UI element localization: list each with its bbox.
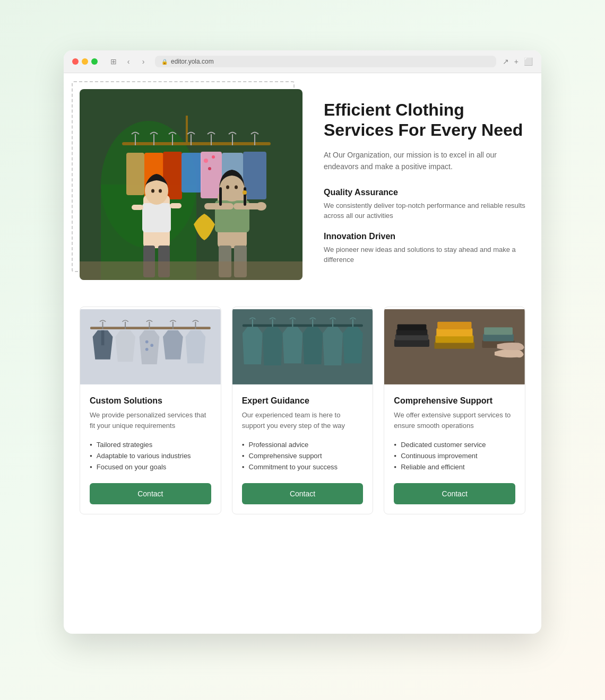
close-button[interactable] bbox=[72, 58, 79, 65]
card-custom-solutions: Custom Solutions We provide personalized… bbox=[80, 307, 221, 514]
list-item: Professional advice bbox=[242, 439, 364, 450]
feature-quality: Quality Assurance We consistently delive… bbox=[324, 188, 525, 221]
url-text: editor.yola.com bbox=[171, 58, 214, 65]
card-custom-solutions-desc: We provide personalized services that fi… bbox=[90, 410, 211, 431]
svg-rect-70 bbox=[436, 335, 474, 343]
contact-button-2[interactable]: Contact bbox=[242, 483, 364, 504]
svg-point-28 bbox=[159, 189, 162, 193]
hero-image bbox=[80, 89, 302, 280]
browser-window: ⊞ ‹ › 🔒 editor.yola.com ↗ + ⬜ bbox=[64, 50, 541, 634]
lock-icon: 🔒 bbox=[161, 59, 168, 65]
svg-rect-14 bbox=[201, 152, 222, 198]
hero-section: Efficient Clothing Services For Every Ne… bbox=[80, 89, 525, 280]
cards-section: Custom Solutions We provide personalized… bbox=[80, 307, 525, 514]
svg-rect-71 bbox=[437, 328, 473, 336]
card-custom-solutions-title: Custom Solutions bbox=[90, 396, 211, 406]
card-comprehensive-support: Comprehensive Support We offer extensive… bbox=[384, 307, 525, 514]
svg-point-51 bbox=[145, 340, 149, 344]
svg-rect-75 bbox=[484, 327, 513, 335]
card-image-closet bbox=[80, 307, 221, 387]
svg-point-15 bbox=[204, 159, 208, 163]
feature-innovation-desc: We pioneer new ideas and solutions to st… bbox=[324, 244, 525, 265]
svg-rect-69 bbox=[435, 342, 475, 349]
list-item: Reliable and efficient bbox=[394, 461, 515, 472]
list-item: Tailored strategies bbox=[90, 439, 211, 450]
svg-rect-3 bbox=[122, 142, 271, 145]
feature-quality-title: Quality Assurance bbox=[324, 188, 525, 197]
downloads-icon[interactable]: ⬜ bbox=[524, 57, 533, 66]
svg-point-16 bbox=[212, 155, 215, 159]
card-expert-guidance-desc: Our experienced team is here to support … bbox=[242, 410, 364, 431]
card-comprehensive-support-body: Comprehensive Support We offer extensive… bbox=[384, 387, 525, 514]
browser-actions: ↗ + ⬜ bbox=[503, 57, 533, 66]
browser-nav: ⊞ ‹ › bbox=[108, 56, 149, 67]
card-expert-guidance-list: Professional advice Comprehensive suppor… bbox=[242, 439, 364, 472]
svg-point-27 bbox=[151, 189, 154, 193]
svg-rect-44 bbox=[80, 261, 302, 280]
browser-chrome: ⊞ ‹ › 🔒 editor.yola.com ↗ + ⬜ bbox=[64, 50, 541, 73]
back-button[interactable]: ‹ bbox=[123, 56, 134, 67]
feature-innovation: Innovation Driven We pioneer new ideas a… bbox=[324, 232, 525, 265]
contact-button-1[interactable]: Contact bbox=[90, 483, 211, 504]
card-comprehensive-support-desc: We offer extensive support services to e… bbox=[394, 410, 515, 431]
svg-rect-37 bbox=[219, 187, 222, 206]
svg-rect-6 bbox=[126, 153, 144, 195]
svg-point-40 bbox=[235, 186, 238, 189]
svg-rect-72 bbox=[438, 322, 472, 329]
sidebar-toggle[interactable]: ⊞ bbox=[108, 56, 119, 67]
card-image-teal-shirts bbox=[232, 307, 373, 387]
list-item: Comprehensive support bbox=[242, 450, 364, 461]
forward-button[interactable]: › bbox=[138, 56, 149, 67]
hero-image-svg bbox=[80, 89, 302, 280]
hero-text: Efficient Clothing Services For Every Ne… bbox=[324, 89, 525, 276]
svg-rect-12 bbox=[182, 153, 202, 192]
address-bar[interactable]: 🔒 editor.yola.com bbox=[155, 56, 496, 67]
add-tab-icon[interactable]: + bbox=[514, 57, 518, 66]
hero-title: Efficient Clothing Services For Every Ne… bbox=[324, 100, 525, 141]
hero-subtitle: At Our Organization, our mission is to e… bbox=[324, 149, 525, 173]
card-expert-guidance-title: Expert Guidance bbox=[242, 396, 364, 406]
feature-innovation-title: Innovation Driven bbox=[324, 232, 525, 241]
svg-rect-38 bbox=[244, 187, 246, 206]
card-custom-solutions-list: Tailored strategies Adaptable to various… bbox=[90, 439, 211, 472]
svg-point-17 bbox=[208, 167, 211, 170]
svg-rect-4 bbox=[186, 116, 188, 145]
svg-rect-65 bbox=[394, 339, 429, 347]
svg-point-52 bbox=[150, 344, 153, 347]
card-custom-solutions-body: Custom Solutions We provide personalized… bbox=[80, 387, 221, 514]
svg-rect-33 bbox=[204, 203, 234, 209]
svg-rect-23 bbox=[142, 203, 171, 232]
card-expert-guidance-body: Expert Guidance Our experienced team is … bbox=[232, 387, 373, 514]
card-image-folded bbox=[384, 307, 525, 387]
share-icon[interactable]: ↗ bbox=[503, 57, 509, 66]
browser-content: Efficient Clothing Services For Every Ne… bbox=[64, 73, 541, 530]
svg-rect-68 bbox=[397, 324, 427, 330]
svg-rect-46 bbox=[90, 327, 211, 329]
card-expert-guidance: Expert Guidance Our experienced team is … bbox=[232, 307, 374, 514]
svg-rect-74 bbox=[483, 334, 514, 341]
svg-point-39 bbox=[226, 186, 229, 189]
feature-quality-desc: We consistently deliver top-notch perfor… bbox=[324, 200, 525, 221]
card-comprehensive-support-list: Dedicated customer service Continuous im… bbox=[394, 439, 515, 472]
list-item: Dedicated customer service bbox=[394, 439, 515, 450]
list-item: Focused on your goals bbox=[90, 461, 211, 472]
list-item: Continuous improvement bbox=[394, 450, 515, 461]
svg-point-41 bbox=[243, 190, 247, 195]
svg-point-35 bbox=[256, 202, 266, 211]
svg-rect-57 bbox=[243, 324, 363, 327]
hero-image-container bbox=[80, 89, 302, 280]
minimize-button[interactable] bbox=[82, 58, 88, 65]
svg-point-53 bbox=[145, 348, 149, 351]
list-item: Commitment to your success bbox=[242, 461, 364, 472]
svg-rect-48 bbox=[101, 330, 105, 345]
card-comprehensive-support-title: Comprehensive Support bbox=[394, 396, 515, 406]
contact-button-3[interactable]: Contact bbox=[394, 483, 515, 504]
traffic-lights bbox=[72, 58, 98, 65]
svg-rect-24 bbox=[132, 205, 143, 210]
svg-rect-25 bbox=[170, 203, 182, 208]
list-item: Adaptable to various industries bbox=[90, 450, 211, 461]
maximize-button[interactable] bbox=[91, 58, 98, 65]
